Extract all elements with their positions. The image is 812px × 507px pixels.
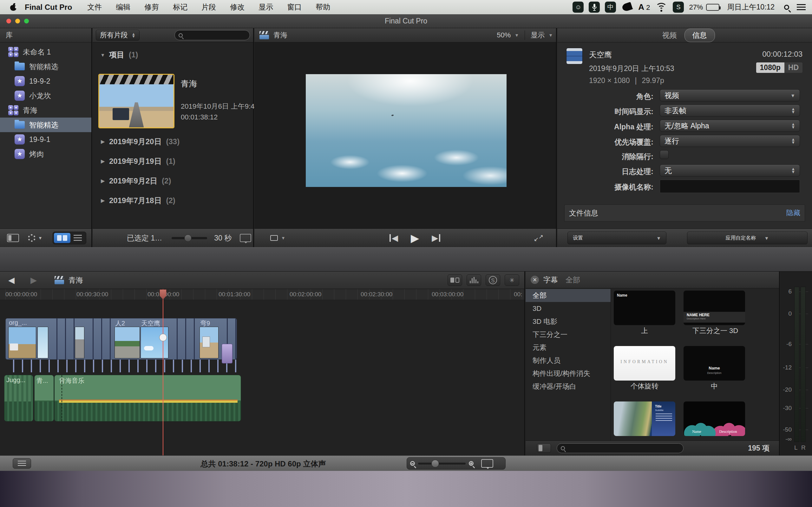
disclosure-right-icon[interactable]: ▶	[0, 64, 14, 70]
date-group-row[interactable]: ▶2019年9月2日(2)	[96, 176, 171, 186]
date-group-row[interactable]: ▶2019年9月20日(33)	[96, 136, 180, 147]
timeline-forward-icon[interactable]: ▶	[31, 275, 37, 285]
filmstrip-view-button[interactable]	[54, 233, 70, 243]
timeline-index-button[interactable]	[13, 458, 31, 469]
play-button[interactable]: ▶	[411, 232, 419, 244]
fullscreen-icon[interactable]: ↗↙	[534, 233, 543, 243]
gear-menu-button[interactable]: ▼	[28, 234, 43, 242]
sidebar-item-smart-collection-2-selected[interactable]: ▶智能精选	[0, 118, 91, 132]
connected-title-clip[interactable]	[222, 344, 233, 363]
skimming-icon[interactable]: S	[486, 274, 500, 286]
audio-clip[interactable]: 青...	[34, 375, 54, 421]
title-card-lower-third-3d[interactable]: NAME HEREDescription Here	[683, 291, 745, 325]
project-thumbnail[interactable]	[98, 74, 174, 128]
sidebar-item-19-9-1[interactable]: ▼★19-9-1	[0, 132, 91, 147]
disclosure-down-icon[interactable]: ▼	[0, 78, 14, 84]
title-card-up[interactable]: Name	[614, 291, 675, 325]
titles-category-lower-thirds[interactable]: 下三分之一	[525, 328, 611, 341]
battery-indicator[interactable]: 27%	[689, 3, 719, 11]
sidebar-toggle-icon[interactable]	[7, 234, 19, 242]
menu-item-clip[interactable]: 片段	[194, 2, 223, 12]
clip-appearance-button[interactable]	[481, 459, 493, 468]
zoom-out-icon[interactable]	[410, 461, 415, 466]
alpha-stepper[interactable]: 无/忽略 Alpha▲▼	[660, 120, 800, 132]
disclosure-down-icon[interactable]: ▼	[0, 49, 8, 55]
hide-link[interactable]: 隐藏	[786, 208, 800, 218]
date-group-row[interactable]: ▶2019年7月18日(2)	[96, 195, 175, 206]
role-dropdown[interactable]: 视频▼	[660, 89, 800, 101]
settings-dropdown[interactable]: 设置 ▼	[567, 232, 666, 244]
timeline-back-icon[interactable]: ◀	[8, 275, 14, 285]
menu-item-view[interactable]: 显示	[252, 2, 280, 12]
disclosure-right-icon[interactable]: ▶	[96, 158, 109, 164]
sidebar-toggle-icon[interactable]	[537, 443, 551, 453]
viewer-zoom-dropdown[interactable]: 50% ▼	[497, 31, 525, 39]
crop-tools-dropdown[interactable]: ▼	[270, 235, 286, 241]
log-processing-stepper[interactable]: 无▲▼	[660, 164, 800, 176]
playhead-knob[interactable]	[159, 334, 167, 341]
titles-search-input[interactable]	[557, 443, 683, 453]
next-frame-button[interactable]: ▶	[432, 233, 441, 243]
zoom-in-icon[interactable]	[469, 461, 473, 466]
menu-item-help[interactable]: 帮助	[309, 2, 337, 12]
deinterlace-checkbox[interactable]	[660, 150, 669, 159]
clip-appearance-icon[interactable]	[448, 274, 462, 286]
previous-frame-button[interactable]: ◀	[389, 233, 398, 243]
title-card-rotate[interactable]: INFORMATION	[614, 346, 675, 381]
titles-category-all[interactable]: 全部	[525, 289, 611, 302]
browser-search-input[interactable]	[174, 30, 250, 40]
menu-item-window[interactable]: 窗口	[280, 2, 309, 12]
wifi-icon[interactable]	[656, 3, 667, 12]
project-name[interactable]: 青海	[181, 78, 197, 89]
sidebar-item-xiaolongkan[interactable]: ▶★小龙坎	[0, 89, 91, 103]
video-storyline[interactable]: org_... 人2 天空鹰 弯9	[5, 318, 237, 360]
sidebar-item-kaorou[interactable]: ▶★烤肉	[0, 147, 91, 161]
apple-menu-icon[interactable]	[10, 4, 16, 11]
menu-item-modify[interactable]: 修改	[223, 2, 252, 12]
timecode-display-stepper[interactable]: 非丢帧▲▼	[660, 105, 800, 117]
audio-clip[interactable]: Jugg...	[4, 375, 33, 421]
disclosure-right-icon[interactable]: ▶	[96, 139, 109, 145]
camera-name-input[interactable]	[660, 180, 800, 193]
sidebar-item-qinghai-library[interactable]: ▼★★★★青海	[0, 103, 91, 118]
timeline-zoom-slider[interactable]	[418, 463, 466, 464]
disclosure-down-icon[interactable]: ▼	[0, 136, 14, 142]
sidebar-item-untitled-library[interactable]: ▼★★★★未命名 1	[0, 45, 91, 59]
adobe-cc-icon[interactable]: A2	[638, 2, 650, 12]
menu-item-mark[interactable]: 标记	[166, 2, 194, 12]
disclosure-right-icon[interactable]: ▶	[96, 178, 109, 184]
audio-clip-music[interactable]: 青海音乐	[54, 375, 241, 421]
title-card-clouds[interactable]: Name Description	[683, 401, 745, 436]
timeline-tab-title[interactable]: 青海	[68, 275, 83, 285]
titles-category-3d[interactable]: 3D	[525, 302, 611, 315]
tab-info[interactable]: 信息	[684, 29, 715, 42]
snapping-icon[interactable]: ✳	[505, 274, 519, 286]
apply-custom-name-dropdown[interactable]: 应用自定名称 ▼	[687, 232, 808, 244]
thunder-menubar-icon[interactable]	[621, 3, 633, 12]
disclosure-down-icon[interactable]: ▼	[96, 52, 109, 58]
viewer-video-frame[interactable]	[306, 74, 507, 187]
menu-item-trim[interactable]: 修剪	[137, 2, 166, 12]
clip-duration-slider[interactable]	[171, 237, 207, 239]
field-dominance-stepper[interactable]: 逐行▲▼	[660, 135, 800, 147]
dictation-mic-icon[interactable]	[589, 2, 600, 13]
clip-filter-dropdown[interactable]: 所有片段 ▲▼	[96, 30, 140, 41]
sidebar-item-19-9-2[interactable]: ▼★19-9-2	[0, 74, 91, 89]
close-icon[interactable]: ✕	[531, 276, 539, 284]
sidebar-item-smart-collection-1[interactable]: ▶智能精选	[0, 59, 91, 74]
titles-category-3d-cinema[interactable]: 3D 电影	[525, 315, 611, 328]
projects-section-row[interactable]: ▼ 项目 (1)	[96, 50, 138, 60]
playhead-line[interactable]	[163, 289, 163, 455]
zoom-slider-knob[interactable]	[432, 460, 439, 467]
sogou-icon[interactable]: S	[673, 2, 684, 13]
clip-height-button[interactable]	[240, 234, 251, 242]
date-group-row[interactable]: ▶2019年9月19日(1)	[96, 156, 175, 166]
menu-item-edit[interactable]: 编辑	[109, 2, 137, 12]
title-card-photo[interactable]: Title Subtitle	[614, 401, 675, 436]
disclosure-right-icon[interactable]: ▶	[0, 93, 14, 99]
input-method-icon[interactable]: 中	[605, 2, 616, 13]
titles-category-buildinout[interactable]: 构件出现/构件消失	[525, 367, 611, 380]
disclosure-right-icon[interactable]: ▶	[0, 151, 14, 157]
menu-app-name[interactable]: Final Cut Pro	[16, 3, 80, 12]
spotlight-search-icon[interactable]	[784, 5, 789, 10]
